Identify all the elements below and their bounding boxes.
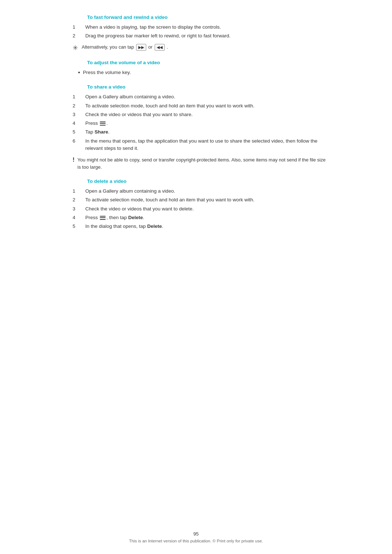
footer-note: This is an Internet version of this publ…: [0, 539, 392, 543]
delete-video-list: 1 Open a Gallery album containing a vide…: [65, 188, 327, 230]
fast-forward-list: 1 When a video is playing, tap the scree…: [65, 24, 327, 40]
list-content: To activate selection mode, touch and ho…: [85, 102, 327, 110]
page-number: 95: [0, 531, 392, 537]
list-item: 1 When a video is playing, tap the scree…: [65, 24, 327, 31]
menu-icon-delete: [100, 216, 106, 220]
page-footer: 95 This is an Internet version of this p…: [0, 531, 392, 543]
list-number: 3: [65, 111, 85, 118]
list-item: 2 To activate selection mode, touch and …: [65, 102, 327, 110]
volume-list: • Press the volume key.: [65, 69, 327, 77]
heading-adjust-volume: To adjust the volume of a video: [87, 60, 327, 65]
list-number: 3: [65, 205, 85, 213]
list-content: Drag the progress bar marker left to rew…: [85, 32, 327, 40]
list-number: 2: [65, 32, 85, 40]
list-item: 5 Tap Share.: [65, 128, 327, 136]
list-item: 2 To activate selection mode, touch and …: [65, 196, 327, 204]
list-item: 4 Press .: [65, 120, 327, 127]
delete-confirm-bold: Delete: [147, 223, 162, 229]
list-content: Press the volume key.: [83, 69, 327, 77]
list-content: Check the video or videos that you want …: [85, 205, 327, 213]
list-number: 1: [65, 24, 85, 31]
list-item: 4 Press , then tap Delete.: [65, 214, 327, 221]
list-item: 1 Open a Gallery album containing a vide…: [65, 93, 327, 100]
list-number: 1: [65, 93, 85, 100]
page-container: To fast forward and rewind a video 1 Whe…: [0, 0, 392, 554]
warning-icon: !: [73, 157, 74, 163]
tip-text: Alternatively, you can tap ▶▶ or ◀◀ .: [82, 44, 168, 51]
section-fast-forward: To fast forward and rewind a video 1 Whe…: [65, 15, 327, 52]
heading-share-video: To share a video: [87, 84, 327, 90]
list-content: Tap Share.: [85, 128, 327, 136]
heading-delete-video: To delete a video: [87, 178, 327, 184]
press-text-delete: Press: [85, 215, 98, 220]
fast-forward-button: ▶▶: [136, 44, 146, 51]
section-share-video: To share a video 1 Open a Gallery album …: [65, 84, 327, 171]
list-content: Press .: [85, 120, 327, 127]
list-number: 1: [65, 188, 85, 195]
list-content: Open a Gallery album containing a video.: [85, 188, 327, 195]
list-content: Open a Gallery album containing a video.: [85, 93, 327, 100]
delete-bold: Delete: [128, 215, 143, 220]
press-text: Press: [85, 120, 98, 126]
list-content: In the menu that opens, tap the applicat…: [85, 138, 327, 152]
menu-icon: [100, 121, 106, 126]
tip-text-prefix: Alternatively, you can tap: [82, 44, 134, 50]
share-video-list: 1 Open a Gallery album containing a vide…: [65, 93, 327, 152]
list-item: 1 Open a Gallery album containing a vide…: [65, 188, 327, 195]
list-item: 5 In the dialog that opens, tap Delete.: [65, 223, 327, 230]
section-delete-video: To delete a video 1 Open a Gallery album…: [65, 178, 327, 230]
list-item: 3 Check the video or videos that you wan…: [65, 205, 327, 213]
list-number: 6: [65, 138, 85, 152]
list-item: • Press the volume key.: [65, 69, 327, 77]
bullet-dot: •: [78, 69, 80, 77]
list-content: To activate selection mode, touch and ho…: [85, 196, 327, 204]
warning-box: ! You might not be able to copy, send or…: [65, 156, 327, 171]
tip-box: ✳ Alternatively, you can tap ▶▶ or ◀◀ .: [65, 44, 327, 52]
share-bold: Share: [95, 129, 109, 135]
list-number: 2: [65, 196, 85, 204]
rewind-button: ◀◀: [155, 44, 165, 51]
list-number: 2: [65, 102, 85, 110]
list-number: 5: [65, 128, 85, 136]
tip-icon: ✳: [73, 44, 78, 52]
list-content: When a video is playing, tap the screen …: [85, 24, 327, 31]
section-adjust-volume: To adjust the volume of a video • Press …: [65, 60, 327, 77]
list-content: Press , then tap Delete.: [85, 214, 327, 221]
list-item: 2 Drag the progress bar marker left to r…: [65, 32, 327, 40]
list-number: 4: [65, 214, 85, 221]
list-number: 5: [65, 223, 85, 230]
list-item: 6 In the menu that opens, tap the applic…: [65, 138, 327, 152]
heading-fast-forward: To fast forward and rewind a video: [87, 15, 327, 20]
list-number: 4: [65, 120, 85, 127]
warning-text: You might not be able to copy, send or t…: [77, 156, 327, 171]
list-content: Check the video or videos that you want …: [85, 111, 327, 118]
list-content: In the dialog that opens, tap Delete.: [85, 223, 327, 230]
list-item: 3 Check the video or videos that you wan…: [65, 111, 327, 118]
